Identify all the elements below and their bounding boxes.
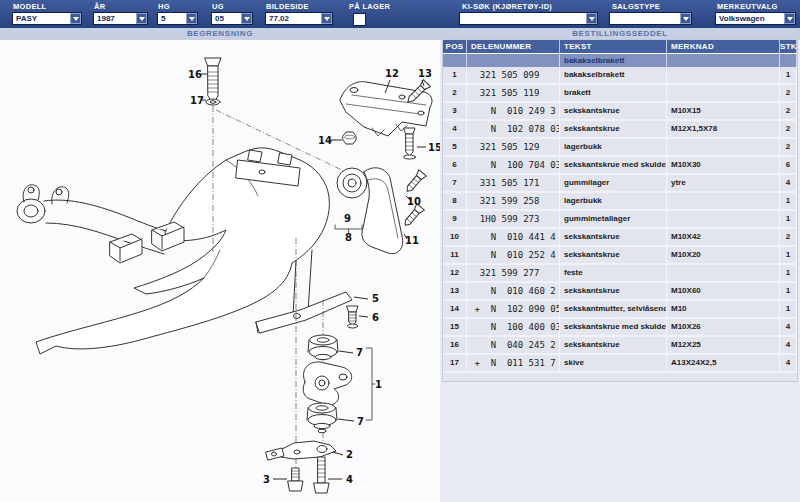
cell-tekst: skive (560, 355, 667, 371)
cell-tekst: sekskantskrue (560, 103, 667, 119)
cell-merk (667, 193, 780, 209)
section-band: BEGRENSNING BESTILLINGSSEDDEL (0, 28, 800, 40)
cell-del: N 010 249 3 (467, 103, 560, 119)
chevron-down-icon[interactable] (186, 13, 197, 24)
table-row[interactable]: 8 321 599 258lagerbukk1 (443, 193, 797, 211)
col-header-pos: POS (443, 40, 467, 53)
aar-label: ÅR (94, 2, 105, 11)
chevron-down-icon[interactable] (70, 13, 81, 24)
callout-leader-7 (339, 351, 353, 353)
callout-number-11: 11 (405, 235, 419, 246)
cell-stk: 2 (780, 139, 797, 155)
cell-pos: 8 (443, 193, 467, 209)
cell-del: N 040 245 2 (467, 337, 560, 353)
cell-tekst: lagerbukk (560, 193, 667, 209)
cell-stk: 1 (780, 67, 797, 83)
table-tail-strip (443, 373, 797, 381)
cell-merk: M10 (667, 301, 780, 317)
col-header-merknad: MERKNAD (667, 40, 780, 53)
table-row[interactable]: 9 1H0 599 273gummimetallager1 (443, 211, 797, 229)
paa-lager-label: PÅ LAGER (349, 2, 390, 11)
table-row[interactable]: 14 + N 102 090 05sekskantmutter, selvlås… (443, 301, 797, 319)
merkeutvalg-label: MERKEUTVALG (717, 2, 778, 11)
parts-table: POS DELENUMMER TEKST MERKNAD STK bakakse… (443, 40, 797, 381)
callout-leader-2 (333, 452, 343, 455)
aar-select[interactable]: 1987 (93, 12, 148, 25)
cell-stk: 4 (780, 175, 797, 191)
chevron-down-icon[interactable] (136, 13, 147, 24)
table-row[interactable]: 11 N 010 252 4sekskantskrueM10X201 (443, 247, 797, 265)
table-group-row: bakakselbrakett (443, 53, 797, 67)
table-row[interactable]: 7 331 505 171gummilagerytre4 (443, 175, 797, 193)
cell-pos: 16 (443, 337, 467, 353)
filter-toolbar: MODELL PASY ÅR 1987 HG 5 UG 05 (0, 0, 800, 28)
chevron-down-icon[interactable] (784, 13, 795, 24)
table-row[interactable]: 12 321 599 277feste1 (443, 265, 797, 283)
chevron-down-icon[interactable] (680, 13, 691, 24)
bildeside-select[interactable]: 77.02 (265, 12, 333, 25)
etka-parts-catalog-window: MODELL PASY ÅR 1987 HG 5 UG 05 (0, 0, 800, 502)
table-row[interactable]: 4 N 102 078 03sekskantskrueM12X1,5X782 (443, 121, 797, 139)
cell-pos: 1 (443, 67, 467, 83)
cell-pos: 3 (443, 103, 467, 119)
field-merkeutvalg: MERKEUTVALG Volkswagen (715, 0, 796, 28)
table-row[interactable]: 6 N 100 704 03sekskantskrue med skulderM… (443, 157, 797, 175)
bildeside-label: BILDESIDE (266, 2, 309, 11)
field-ug: UG 05 (211, 0, 253, 28)
ug-select[interactable]: 05 (211, 12, 253, 25)
bolt-6 (347, 306, 358, 328)
cell-del: N 010 441 4 (467, 229, 560, 245)
salgstype-label: SALGSTYPE (612, 2, 660, 11)
callout-number-8: 8 (345, 232, 352, 243)
table-row[interactable]: 2 321 505 119brakett2 (443, 85, 797, 103)
axle-beam (17, 148, 352, 354)
cell-stk: 4 (780, 355, 797, 371)
salgstype-select[interactable] (609, 12, 692, 25)
cell-tekst: sekskantskrue (560, 121, 667, 137)
field-bildeside: BILDESIDE 77.02 (265, 0, 333, 28)
table-row[interactable]: 13 N 010 460 2sekskantskrueM10X601 (443, 283, 797, 301)
modell-select[interactable]: PASY (12, 12, 82, 25)
modell-label: MODELL (13, 2, 46, 11)
table-row[interactable]: 5 321 505 129lagerbukk2 (443, 139, 797, 157)
cell-del: 1H0 599 273 (467, 211, 560, 227)
chevron-down-icon[interactable] (241, 13, 252, 24)
callout-number-10: 10 (407, 196, 421, 207)
washer-17 (206, 99, 220, 105)
paa-lager-checkbox[interactable] (353, 13, 366, 26)
cell-tekst: sekskantskrue (560, 229, 667, 245)
cell-stk: 2 (780, 103, 797, 119)
ki-sok-select[interactable] (459, 12, 598, 25)
callout-number-14: 14 (318, 135, 332, 146)
table-row[interactable]: 3 N 010 249 3sekskantskrueM10X152 (443, 103, 797, 121)
merkeutvalg-select[interactable]: Volkswagen (715, 12, 796, 25)
cell-stk: 1 (780, 247, 797, 263)
parts-list-panel: POS DELENUMMER TEKST MERKNAD STK bakakse… (440, 40, 800, 502)
cell-pos: 17 (443, 355, 467, 371)
cell-del: 331 505 171 (467, 175, 560, 191)
cell-del: N 010 252 4 (467, 247, 560, 263)
table-row[interactable]: 10 N 010 441 4sekskantskrueM10X422 (443, 229, 797, 247)
cell-stk: 2 (780, 85, 797, 101)
col-header-stk: STK (780, 40, 797, 53)
cell-merk: M10X15 (667, 103, 780, 119)
cell-merk: M12X25 (667, 337, 780, 353)
table-row[interactable]: 16 N 040 245 2sekskantskrueM12X254 (443, 337, 797, 355)
hg-select[interactable]: 5 (157, 12, 198, 25)
callout-number-17: 17 (190, 95, 204, 106)
cell-del: N 100 704 03 (467, 157, 560, 173)
field-salgstype: SALGSTYPE (609, 0, 692, 28)
cell-merk (667, 265, 780, 281)
table-row[interactable]: 17 + N 011 531 7skiveA13X24X2,54 (443, 355, 797, 373)
table-row[interactable]: 15 N 100 400 03sekskantskrue med skulder… (443, 319, 797, 337)
hg-label: HG (158, 2, 170, 11)
cell-stk: 4 (780, 337, 797, 353)
cell-pos: 6 (443, 157, 467, 173)
callout-number-2: 2 (346, 449, 353, 460)
chevron-down-icon[interactable] (321, 13, 332, 24)
callout-leader-5 (354, 297, 368, 299)
field-paa-lager: PÅ LAGER (348, 0, 394, 28)
chevron-down-icon[interactable] (586, 13, 597, 24)
table-row[interactable]: 1 321 505 099bakakselbrakett1 (443, 67, 797, 85)
bolt-3 (288, 468, 303, 491)
